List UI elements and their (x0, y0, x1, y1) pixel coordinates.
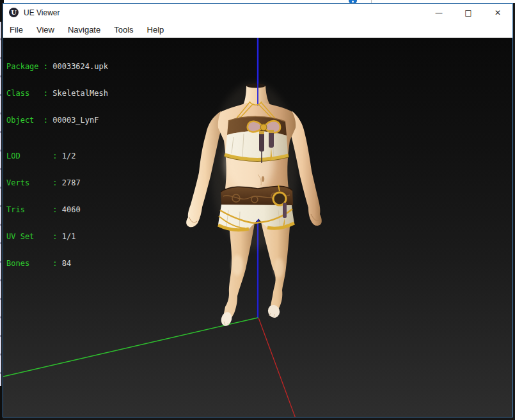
info-value: 4060 (62, 205, 81, 214)
y-axis-line (3, 318, 258, 377)
info-line-lod: LOD : 1/2 (6, 152, 108, 160)
window-controls: — □ ✕ (424, 4, 512, 21)
info-value: 00033624.upk (52, 62, 108, 71)
top-white-body (225, 131, 288, 159)
info-label: Class : (6, 89, 52, 98)
info-line-bones: Bones : 84 (6, 259, 108, 268)
window-title: UE Viewer (24, 8, 59, 17)
menu-help[interactable]: Help (142, 23, 170, 36)
screen: U UE Viewer — □ ✕ File View Navigate Too… (0, 0, 515, 420)
left-knee-highlight (232, 255, 243, 276)
info-line-object: Object : 00003_LynF (6, 116, 108, 125)
info-label: Object : (6, 116, 52, 125)
mesh-info-overlay: Package : 00033624.upk Class : SkeletalM… (6, 44, 108, 286)
model-neck-cut (246, 84, 265, 88)
info-line-class: Class : SkeletalMesh (6, 89, 108, 98)
info-line-uvset: UV Set : 1/1 (6, 232, 108, 241)
right-knee-highlight (274, 258, 284, 277)
info-line-tris: Tris : 4060 (6, 205, 108, 214)
info-value: 00003_LynF (52, 116, 99, 125)
menubar: File View Navigate Tools Help (3, 21, 512, 38)
menu-view[interactable]: View (31, 23, 59, 36)
info-label: UV Set : (6, 232, 62, 241)
info-line-verts: Verts : 2787 (6, 178, 108, 187)
info-label: Package : (6, 62, 52, 71)
info-value: 1/2 (62, 152, 76, 160)
close-button[interactable]: ✕ (483, 4, 512, 21)
info-label: Verts : (6, 178, 62, 187)
info-value: SkeletalMesh (52, 89, 108, 98)
background-scrollbar (0, 22, 1, 386)
skeletal-mesh-model (186, 38, 322, 327)
info-label: LOD : (6, 152, 62, 160)
ue-logo-icon: U (9, 8, 19, 17)
menu-navigate[interactable]: Navigate (63, 23, 106, 36)
ue-viewer-window: U UE Viewer — □ ✕ File View Navigate Too… (3, 3, 513, 417)
viewport[interactable]: Package : 00033624.upk Class : SkeletalM… (3, 38, 512, 417)
minimize-button[interactable]: — (424, 4, 454, 21)
model-navel (262, 176, 264, 182)
info-label: Bones : (6, 259, 62, 268)
info-line-package: Package : 00033624.upk (6, 62, 108, 71)
info-value: 1/1 (62, 232, 76, 241)
menu-file[interactable]: File (4, 23, 28, 36)
info-value: 2787 (62, 178, 81, 187)
info-value: 84 (62, 259, 71, 268)
menu-tools[interactable]: Tools (109, 23, 138, 36)
info-label: Tris : (6, 205, 62, 214)
titlebar[interactable]: U UE Viewer — □ ✕ (3, 4, 512, 21)
x-axis-line (258, 318, 296, 417)
background-info-icon-dot (352, 1, 354, 3)
maximize-button[interactable]: □ (454, 4, 483, 21)
